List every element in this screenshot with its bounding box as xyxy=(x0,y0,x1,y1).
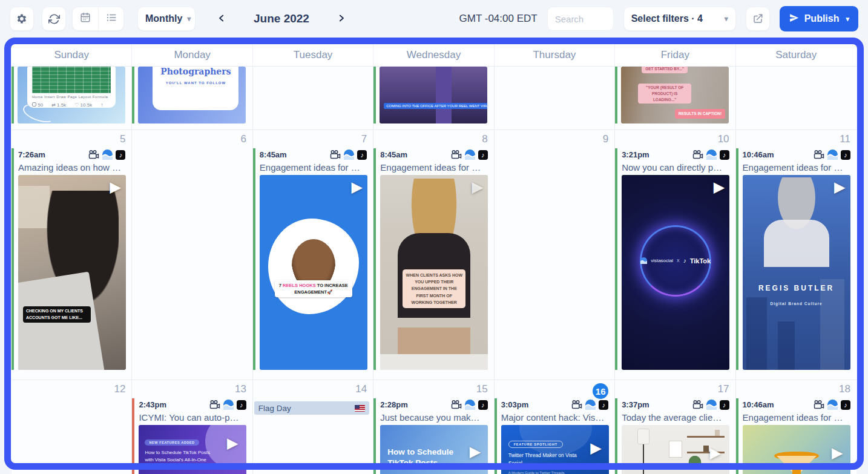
chevron-down-icon: ▾ xyxy=(725,15,728,23)
post-thumbnail[interactable]: vistasocial X ♪ TikTok ▶ xyxy=(622,175,729,370)
day-cell[interactable] xyxy=(253,67,373,130)
picture-frame xyxy=(669,441,682,458)
building-shape xyxy=(746,297,767,370)
day-header-friday: Friday xyxy=(615,44,735,66)
post[interactable]: 10:46am ♪ Engagement ideas for … REGIS B… xyxy=(736,148,850,370)
chevron-right-icon xyxy=(336,16,347,25)
play-icon: ▶ xyxy=(472,180,483,194)
post[interactable]: Photographers YOU'LL WANT TO FOLLOW xyxy=(132,67,246,123)
post-thumbnail[interactable]: FEATURE SPOTLIGHT Twitter Thread Maker o… xyxy=(501,425,609,474)
day-header-saturday: Saturday xyxy=(736,44,856,66)
post-thumbnail[interactable]: 7 REELS HOOKS TO INCREASE ENGAGEMENT🚀 ▶ xyxy=(260,175,367,370)
post-thumbnail[interactable]: Home Insert Draw Page Layout Formula 50 … xyxy=(18,67,125,123)
video-caption: CHECKING ON MY CLIENTS ACCOUNTS GOT ME L… xyxy=(23,306,91,323)
video-camera-icon xyxy=(88,150,99,159)
post-thumbnail[interactable]: CHECKING ON MY CLIENTS ACCOUNTS GOT ME L… xyxy=(18,175,126,370)
post[interactable]: 8:45am ♪ Engagement ideas for … WHEN CLI… xyxy=(373,148,487,370)
share-icon xyxy=(752,13,763,24)
gear-icon xyxy=(16,13,28,25)
day-cell-17[interactable]: 17 3:37pm ♪ Today the average clie… xyxy=(615,380,735,474)
thumbnail-text: How to Schedule TikTok Posts xyxy=(387,447,454,469)
vistasocial-avatar-icon xyxy=(465,150,475,160)
post[interactable]: COMING INTO THE OFFICE AFTER YOUR REEL W… xyxy=(373,67,487,123)
post[interactable]: 10:46am ♪ Engagement ideas for … ▶ xyxy=(736,398,850,474)
thumbnail-subtext: A Modern Guide to Twitter Threads xyxy=(508,471,580,474)
day-cell[interactable]: COMING INTO THE OFFICE AFTER YOUR REEL W… xyxy=(373,67,494,130)
day-cell-7[interactable]: 7 8:45am ♪ Engagement ideas for … 7 REEL… xyxy=(253,130,373,380)
day-cell-11[interactable]: 11 10:46am ♪ Engagement ideas for … xyxy=(736,130,856,380)
chevron-down-icon: ▾ xyxy=(846,15,849,23)
post-thumbnail[interactable]: COMING INTO THE OFFICE AFTER YOUR REEL W… xyxy=(380,67,487,123)
day-cell-6[interactable]: 6 xyxy=(132,130,252,380)
thumbnail-text: How to Schedule TikTok Posts with Vista … xyxy=(145,449,217,472)
day-cell[interactable]: GET STARTED BY..." "YOUR (RESULT OF PROD… xyxy=(615,67,735,130)
toolbar-right: GMT -04:00 EDT Select filters · 4 ▾ Publ… xyxy=(459,6,858,31)
day-cell-12[interactable]: 12 xyxy=(12,380,132,474)
post[interactable]: Home Insert Draw Page Layout Formula 50 … xyxy=(12,67,125,123)
settings-button[interactable] xyxy=(10,7,34,31)
publish-label: Publish xyxy=(804,13,840,24)
day-cell-15[interactable]: 15 2:28pm ♪ Just because you mak… How to… xyxy=(373,380,494,474)
vistasocial-avatar-icon xyxy=(465,400,475,410)
export-button[interactable] xyxy=(746,7,770,31)
filters-dropdown[interactable]: Select filters · 4 ▾ xyxy=(623,7,736,31)
post-thumbnail[interactable]: NEW FEATURES ADDED How to Schedule TikTo… xyxy=(139,425,246,474)
post-title: Now you can directly p… xyxy=(622,162,729,173)
post-time: 2:43pm xyxy=(139,400,166,409)
post-thumbnail[interactable]: WHEN CLIENTS ASKS HOW YOU UPPED THEIR EN… xyxy=(380,175,488,370)
week-row-3: 12 13 2:43pm ♪ ICYMI: You can auto-p… NE… xyxy=(12,380,856,474)
day-cell-8[interactable]: 8 8:45am ♪ Engagement ideas for … xyxy=(373,130,494,380)
post-time: 8:45am xyxy=(380,150,407,159)
day-cell-18[interactable]: 18 10:46am ♪ Engagement ideas for … xyxy=(736,380,856,474)
chevron-down-icon: ▾ xyxy=(187,15,191,23)
calendar-grid: Sunday Monday Tuesday Wednesday Thursday… xyxy=(12,44,856,474)
post-thumbnail[interactable]: ▶ xyxy=(743,425,850,474)
day-cell-5[interactable]: 5 7:26am ♪ Amazing ideas on how … CHECKI… xyxy=(12,130,132,380)
next-month-button[interactable] xyxy=(334,10,349,28)
post[interactable]: 2:43pm ♪ ICYMI: You can auto-p… NEW FEAT… xyxy=(132,398,246,474)
publish-button[interactable]: Publish ▾ xyxy=(780,6,858,31)
post-time: 7:26am xyxy=(18,150,45,159)
today-badge: 16 xyxy=(593,383,608,399)
day-cell-10[interactable]: 10 3:21pm ♪ Now you can directly p… vist… xyxy=(615,130,735,380)
day-cell[interactable]: Photographers YOU'LL WANT TO FOLLOW xyxy=(132,67,252,130)
thumbnail-badge: FEATURE SPOTLIGHT xyxy=(508,441,563,448)
post-thumbnail[interactable]: ▶ xyxy=(622,425,729,474)
day-cell[interactable] xyxy=(736,67,856,130)
timezone-label: GMT -04:00 EDT xyxy=(459,13,538,25)
vistasocial-avatar-icon xyxy=(585,400,596,410)
post-thumbnail[interactable]: Photographers YOU'LL WANT TO FOLLOW xyxy=(138,67,246,123)
day-cell-13[interactable]: 13 2:43pm ♪ ICYMI: You can auto-p… NEW F… xyxy=(132,380,252,474)
post[interactable]: 2:28pm ♪ Just because you mak… How to Sc… xyxy=(373,398,487,474)
view-mode-dropdown[interactable]: Monthly ▾ xyxy=(137,7,196,31)
holiday-bar[interactable]: Flag Day xyxy=(254,401,369,415)
day-cell-16[interactable]: 16 3:03pm ♪ Major content hack: Vis… FEA… xyxy=(495,380,615,474)
calendar-view-button[interactable] xyxy=(73,7,98,30)
refresh-button[interactable] xyxy=(42,7,66,31)
post[interactable]: 3:03pm ♪ Major content hack: Vis… FEATUR… xyxy=(495,398,608,474)
holiday-label: Flag Day xyxy=(258,404,291,413)
day-cell-9[interactable]: 9 xyxy=(495,130,615,380)
post-time: 3:37pm xyxy=(622,400,649,409)
video-camera-icon xyxy=(692,150,703,159)
post-thumbnail[interactable]: How to Schedule TikTok Posts ▶ xyxy=(380,425,488,474)
post[interactable]: 3:37pm ♪ Today the average clie… xyxy=(615,398,729,474)
play-icon: ▶ xyxy=(227,436,238,450)
day-cell[interactable]: Home Insert Draw Page Layout Formula 50 … xyxy=(12,67,132,130)
prev-month-button[interactable] xyxy=(214,10,229,28)
date-number: 8 xyxy=(373,130,493,148)
filters-label: Select filters · 4 xyxy=(631,13,703,24)
post-thumbnail[interactable]: GET STARTED BY..." "YOUR (RESULT OF PROD… xyxy=(621,67,729,123)
post[interactable]: 3:21pm ♪ Now you can directly p… vistaso… xyxy=(615,148,729,370)
day-cell-14[interactable]: 14 Flag Day xyxy=(253,380,373,474)
post-platform-icons: ♪ xyxy=(88,150,125,160)
week-row-1: Home Insert Draw Page Layout Formula 50 … xyxy=(12,67,856,130)
list-view-button[interactable] xyxy=(98,7,123,30)
search-input[interactable] xyxy=(547,7,614,31)
creator-name: REGIS BUTLER xyxy=(743,284,850,292)
post[interactable]: GET STARTED BY..." "YOUR (RESULT OF PROD… xyxy=(615,67,729,123)
post-thumbnail[interactable]: REGIS BUTLER Digital Brand Culture ▶ xyxy=(743,175,850,370)
post[interactable]: 8:45am ♪ Engagement ideas for … 7 REELS … xyxy=(253,148,367,370)
post[interactable]: 7:26am ♪ Amazing ideas on how … CHECKING… xyxy=(12,148,125,370)
day-cell[interactable] xyxy=(495,67,615,130)
